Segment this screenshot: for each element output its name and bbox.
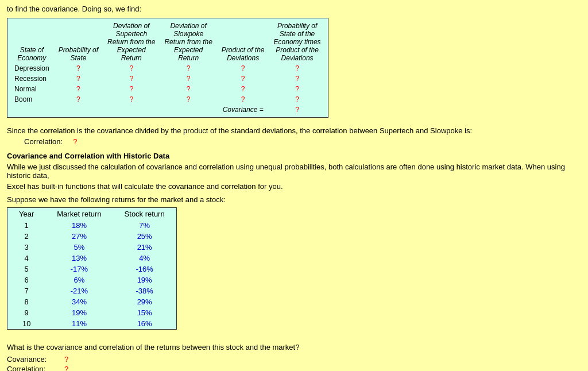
dev-slowpoke-cell: ? [160, 74, 216, 84]
stock-cell: 25% [113, 231, 176, 242]
market-cell: 11% [45, 318, 113, 329]
data-table-row: 9 19% 15% [7, 307, 176, 318]
stock-cell: -16% [113, 264, 176, 275]
year-cell: 8 [7, 296, 45, 307]
table-row: Normal ? ? ? ? ? [10, 84, 326, 94]
body-text-2: Excel has built-in functions that will c… [7, 182, 581, 191]
covariance-result-label: Covariance: [7, 355, 64, 364]
correlation-intro: Since the correlation is the covariance … [7, 126, 581, 135]
market-cell: 18% [45, 220, 113, 231]
data-table-row: 10 11% 16% [7, 318, 176, 329]
stock-cell: 21% [113, 242, 176, 253]
year-cell: 5 [7, 264, 45, 275]
correlation-value: ? [73, 137, 77, 146]
year-cell: 7 [7, 285, 45, 296]
correlation-label: Correlation: [24, 137, 63, 146]
stock-cell: 15% [113, 307, 176, 318]
covariance-result-value: ? [64, 355, 68, 364]
market-cell: 34% [45, 296, 113, 307]
dev-supertech-cell: ? [103, 94, 160, 105]
covariance-equals-cell [10, 105, 217, 115]
data-table-row: 4 13% 4% [7, 253, 176, 264]
year-cell: 6 [7, 275, 45, 285]
product-cell: ? [217, 94, 269, 105]
col-header-product: Product of theDeviations [217, 21, 269, 63]
data-table-row: 7 -21% -38% [7, 285, 176, 296]
product-cell: ? [217, 63, 269, 74]
year-cell: 2 [7, 231, 45, 242]
market-cell: 27% [45, 231, 113, 242]
dev-slowpoke-cell: ? [160, 94, 216, 105]
state-cell: Normal [10, 84, 54, 94]
table-row: Recession ? ? ? ? ? [10, 74, 326, 84]
cov-corr-section: Covariance and Correlation with Historic… [7, 152, 581, 191]
market-cell: 6% [45, 275, 113, 285]
correlation-line: Correlation: ? [24, 137, 581, 146]
dev-slowpoke-cell: ? [160, 63, 216, 74]
state-cell: Depression [10, 63, 54, 74]
col-header-state: State ofEconomy [10, 21, 54, 63]
stock-cell: 4% [113, 253, 176, 264]
data-table-row: 5 -17% -16% [7, 264, 176, 275]
data-table-col-header: Year [7, 208, 45, 220]
dev-supertech-cell: ? [103, 74, 160, 84]
year-cell: 1 [7, 220, 45, 231]
stock-cell: 19% [113, 275, 176, 285]
state-cell: Recession [10, 74, 54, 84]
year-cell: 4 [7, 253, 45, 264]
prob-cell: ? [54, 74, 103, 84]
main-table: State ofEconomy Probability ofState Devi… [10, 21, 326, 115]
covariance-result-row: Covariance: ? [7, 355, 581, 364]
correlation-result-value: ? [64, 365, 68, 371]
market-cell: -21% [45, 285, 113, 296]
results-section: Covariance: ? Correlation: ? [7, 355, 581, 371]
prob-product-cell: ? [269, 74, 326, 84]
correlation-result-row: Correlation: ? [7, 365, 581, 371]
data-table-row: 8 34% 29% [7, 296, 176, 307]
data-table-wrapper: YearMarket returnStock return 1 18% 7% 2… [7, 207, 177, 330]
col-header-prob: Probability ofState [54, 21, 103, 63]
stock-cell: 16% [113, 318, 176, 329]
data-table-row: 2 27% 25% [7, 231, 176, 242]
prob-product-cell: ? [269, 84, 326, 94]
market-cell: 13% [45, 253, 113, 264]
year-cell: 10 [7, 318, 45, 329]
dev-supertech-cell: ? [103, 63, 160, 74]
stock-cell: 7% [113, 220, 176, 231]
data-table: YearMarket returnStock return 1 18% 7% 2… [7, 208, 176, 329]
year-cell: 9 [7, 307, 45, 318]
prob-cell: ? [54, 84, 103, 94]
market-cell: -17% [45, 264, 113, 275]
covariance-label: Covariance = [217, 105, 269, 115]
product-cell: ? [217, 84, 269, 94]
prob-cell: ? [54, 63, 103, 74]
prob-product-cell: ? [269, 94, 326, 105]
dev-supertech-cell: ? [103, 84, 160, 94]
body-text-1: While we just discussed the calculation … [7, 163, 581, 180]
dev-slowpoke-cell: ? [160, 84, 216, 94]
col-header-prob-product: Probability ofState of theEconomy timesP… [269, 21, 326, 63]
table-row: Boom ? ? ? ? ? [10, 94, 326, 105]
data-table-row: 6 6% 19% [7, 275, 176, 285]
state-cell: Boom [10, 94, 54, 105]
stock-cell: 29% [113, 296, 176, 307]
covariance-value: ? [269, 105, 326, 115]
data-table-row: 3 5% 21% [7, 242, 176, 253]
correlation-section: Since the correlation is the covariance … [7, 126, 581, 146]
main-table-wrapper: State ofEconomy Probability ofState Devi… [7, 18, 328, 118]
correlation-result-label: Correlation: [7, 365, 64, 371]
cov-corr-title: Covariance and Correlation with Historic… [7, 152, 581, 160]
data-table-col-header: Market return [45, 208, 113, 220]
what-text: What is the covariance and correlation o… [7, 343, 581, 351]
year-cell: 3 [7, 242, 45, 253]
data-table-row: 1 18% 7% [7, 220, 176, 231]
table-row: Depression ? ? ? ? ? [10, 63, 326, 74]
col-header-dev-supertech: Deviation ofSupertechReturn from theExpe… [103, 21, 160, 63]
prob-cell: ? [54, 94, 103, 105]
col-header-dev-slowpoke: Deviation ofSlowpokeReturn from theExpec… [160, 21, 216, 63]
market-cell: 5% [45, 242, 113, 253]
data-table-col-header: Stock return [113, 208, 176, 220]
intro-text: to find the covariance. Doing so, we fin… [7, 5, 581, 13]
product-cell: ? [217, 74, 269, 84]
market-cell: 19% [45, 307, 113, 318]
